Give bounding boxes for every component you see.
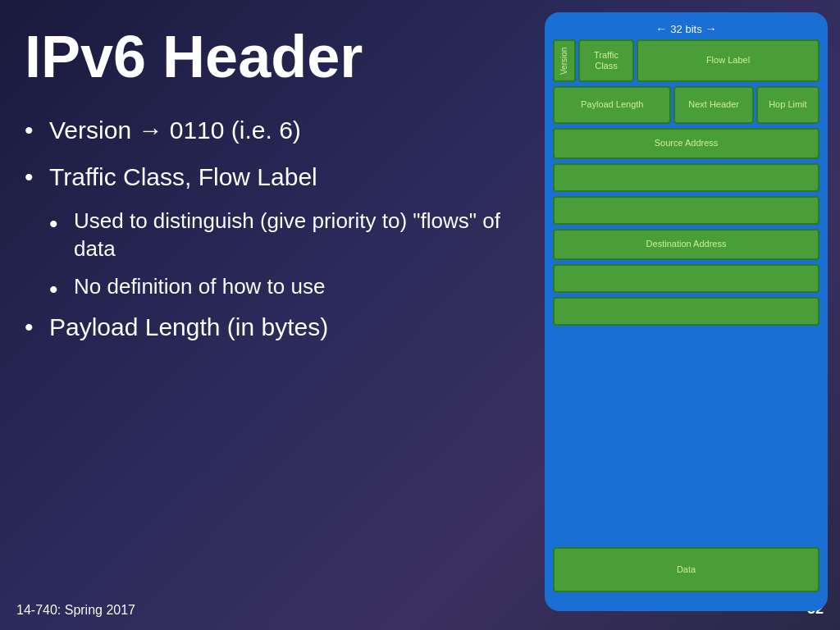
- payload-length-cell: Payload Length: [553, 86, 671, 124]
- bullet-flows: Used to distinguish (give priority to) "…: [25, 208, 517, 263]
- dest-empty-row-1: [553, 264, 819, 293]
- page-title: IPv6 Header: [25, 25, 517, 89]
- source-empty-cell-1: [553, 163, 819, 192]
- header-row-2: Payload Length Next Header Hop Limit: [553, 86, 819, 124]
- bullet-no-definition: No definition of how to use: [25, 273, 517, 301]
- source-address-cell: Source Address: [553, 128, 819, 159]
- bits-label: 32 bits: [670, 23, 701, 35]
- hop-limit-cell: Hop Limit: [756, 86, 819, 124]
- destination-address-cell: Destination Address: [553, 229, 819, 260]
- bullet-version: Version → 0110 (i.e. 6): [25, 114, 517, 146]
- source-empty-row-2: [553, 196, 819, 225]
- source-empty-row-1: [553, 163, 819, 192]
- destination-address-row: Destination Address: [553, 229, 819, 260]
- left-panel: IPv6 Header Version → 0110 (i.e. 6) Traf…: [25, 25, 517, 358]
- flow-label-cell: Flow Label: [637, 39, 819, 82]
- data-cell: Data: [553, 547, 819, 592]
- version-cell: Version: [553, 39, 576, 82]
- bits-label-row: ← 32 bits →: [553, 22, 819, 35]
- next-header-cell: Next Header: [673, 86, 753, 124]
- bullet-list: Version → 0110 (i.e. 6) Traffic Class, F…: [25, 114, 517, 342]
- dest-empty-row-2: [553, 297, 819, 326]
- header-row-1: Version Traffic Class Flow Label: [553, 39, 819, 82]
- dest-empty-cell-1: [553, 264, 819, 293]
- source-address-row: Source Address: [553, 128, 819, 159]
- source-empty-cell-2: [553, 196, 819, 225]
- footer-course: 14-740: Spring 2017: [16, 603, 135, 618]
- dest-empty-cell-2: [553, 297, 819, 326]
- data-row: Data: [553, 547, 819, 592]
- ipv6-header-diagram: ← 32 bits → Version Traffic Class Flow L…: [545, 12, 828, 611]
- bullet-payload-length: Payload Length (in bytes): [25, 311, 517, 343]
- traffic-class-cell: Traffic Class: [578, 39, 634, 82]
- bullet-traffic-class: Traffic Class, Flow Label: [25, 161, 517, 193]
